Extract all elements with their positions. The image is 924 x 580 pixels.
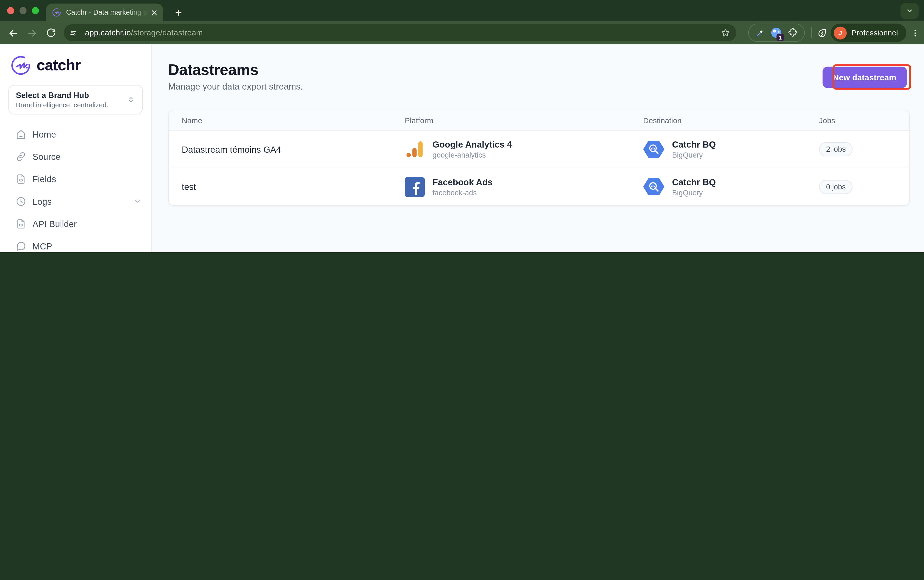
sidebar-item-home[interactable]: Home xyxy=(0,123,151,145)
chevron-down-icon xyxy=(133,197,142,205)
site-settings-icon[interactable] xyxy=(66,26,79,40)
datastream-name: test xyxy=(182,182,405,192)
brand-hub-title: Select a Brand Hub xyxy=(16,91,108,100)
platform-cell: Facebook Ads facebook-ads xyxy=(405,177,643,197)
back-icon[interactable] xyxy=(6,26,20,40)
performance-leaf-icon[interactable] xyxy=(815,26,829,40)
unfold-chevrons-icon xyxy=(127,96,135,104)
sidebar-item-mcp[interactable]: MCP xyxy=(0,235,151,252)
extensions-puzzle-icon[interactable] xyxy=(788,28,798,38)
datastreams-table: Name Platform Destination Jobs Datastrea… xyxy=(168,110,910,206)
tab-search-button[interactable] xyxy=(900,3,919,19)
minimize-window-button[interactable] xyxy=(20,7,27,14)
sidebar-item-logs[interactable]: Logs xyxy=(0,190,151,212)
destination-name: Catchr BQ xyxy=(672,139,716,149)
platform-name: Facebook Ads xyxy=(433,177,492,187)
datastream-name: Datastream témoins GA4 xyxy=(182,144,405,154)
chat-bubble-icon xyxy=(15,241,27,252)
table-row[interactable]: Datastream témoins GA4 Google Analytics … xyxy=(169,131,909,168)
app-content: catchr Select a Brand Hub Brand intellig… xyxy=(0,44,924,252)
browser-toolbar: app.catchr.io/storage/datastream 1 J Pro… xyxy=(0,21,924,44)
extensions-pill: 1 xyxy=(748,24,805,42)
google-analytics-icon xyxy=(405,139,425,159)
column-header-destination: Destination xyxy=(643,116,819,125)
facebook-icon xyxy=(405,177,425,197)
catchr-logo-icon xyxy=(10,54,32,76)
bookmark-star-icon[interactable] xyxy=(720,28,730,38)
page-title: Datastreams xyxy=(168,61,258,79)
tab-close-icon[interactable] xyxy=(148,7,159,18)
platform-cell: Google Analytics 4 google-analytics xyxy=(405,139,643,159)
catchr-favicon-icon xyxy=(52,8,61,17)
catchr-logo[interactable]: catchr xyxy=(0,44,151,76)
new-datastream-button[interactable]: New datastream xyxy=(822,67,907,88)
destination-type: BigQuery xyxy=(672,151,716,159)
platform-slug: google-analytics xyxy=(433,151,512,159)
extension-icon-with-badge[interactable]: 1 xyxy=(771,28,781,38)
platform-slug: facebook-ads xyxy=(433,188,492,196)
main-content: Datastreams Manage your data export stre… xyxy=(152,44,924,252)
extension-badge: 1 xyxy=(776,34,784,41)
toolbar-separator xyxy=(811,27,812,38)
sidebar-item-api-builder[interactable]: API Builder xyxy=(0,213,151,235)
sidebar-item-fields[interactable]: Fields xyxy=(0,168,151,190)
close-window-button[interactable] xyxy=(7,7,14,14)
brand-hub-subtitle: Brand intelligence, centralized. xyxy=(16,101,108,109)
platform-name: Google Analytics 4 xyxy=(433,139,512,149)
tab-title: Catchr - Data marketing platf xyxy=(66,8,148,16)
jobs-badge: 2 jobs xyxy=(819,142,853,156)
file-code-icon xyxy=(15,173,27,185)
url-path: /storage/datastream xyxy=(131,28,203,37)
bigquery-icon xyxy=(643,177,664,196)
window-controls xyxy=(7,7,39,14)
bigquery-icon xyxy=(643,140,664,159)
sidebar-nav: Home Source Fields Logs API Build xyxy=(0,123,151,252)
destination-type: BigQuery xyxy=(672,188,716,196)
sidebar-item-label: Source xyxy=(32,152,60,161)
forward-icon[interactable] xyxy=(25,26,39,40)
url-host: app.catchr.io xyxy=(85,28,131,37)
eyedropper-extension-icon[interactable] xyxy=(755,28,765,38)
jobs-badge: 0 jobs xyxy=(819,180,853,194)
maximize-window-button[interactable] xyxy=(32,7,39,14)
sidebar-item-label: API Builder xyxy=(32,219,77,229)
home-icon xyxy=(15,129,27,140)
profile-avatar: J xyxy=(833,26,847,39)
url-text: app.catchr.io/storage/datastream xyxy=(85,28,203,37)
column-header-name: Name xyxy=(182,116,405,125)
new-tab-button[interactable] xyxy=(171,5,185,20)
sidebar-item-label: Logs xyxy=(32,196,52,206)
clock-icon xyxy=(15,196,27,207)
browser-tab[interactable]: Catchr - Data marketing platf xyxy=(46,3,163,21)
url-bar[interactable]: app.catchr.io/storage/datastream xyxy=(64,24,736,41)
destination-cell: Catchr BQ BigQuery xyxy=(643,139,819,159)
table-row[interactable]: test Facebook Ads facebook-ads xyxy=(169,168,909,205)
sidebar-item-label: Home xyxy=(32,129,56,139)
file-code-icon xyxy=(15,218,27,229)
browser-menu-icon[interactable] xyxy=(909,26,922,40)
sidebar: catchr Select a Brand Hub Brand intellig… xyxy=(0,44,152,252)
link-icon xyxy=(15,151,27,162)
page-subtitle: Manage your data export streams. xyxy=(168,81,303,91)
sidebar-item-label: MCP xyxy=(32,241,52,251)
tab-strip: Catchr - Data marketing platf xyxy=(0,0,924,21)
column-header-platform: Platform xyxy=(405,116,643,125)
destination-name: Catchr BQ xyxy=(672,177,716,187)
browser-window: Catchr - Data marketing platf app.catchr… xyxy=(0,0,924,252)
table-header-row: Name Platform Destination Jobs xyxy=(169,110,909,131)
column-header-jobs: Jobs xyxy=(819,116,909,125)
catchr-wordmark: catchr xyxy=(37,56,81,74)
destination-cell: Catchr BQ BigQuery xyxy=(643,177,819,197)
sidebar-item-source[interactable]: Source xyxy=(0,145,151,168)
reload-icon[interactable] xyxy=(44,26,58,40)
browser-profile-chip[interactable]: J Professionnel xyxy=(831,24,906,42)
brand-hub-selector[interactable]: Select a Brand Hub Brand intelligence, c… xyxy=(8,85,143,114)
profile-name: Professionnel xyxy=(852,28,898,37)
sidebar-item-label: Fields xyxy=(32,174,56,184)
